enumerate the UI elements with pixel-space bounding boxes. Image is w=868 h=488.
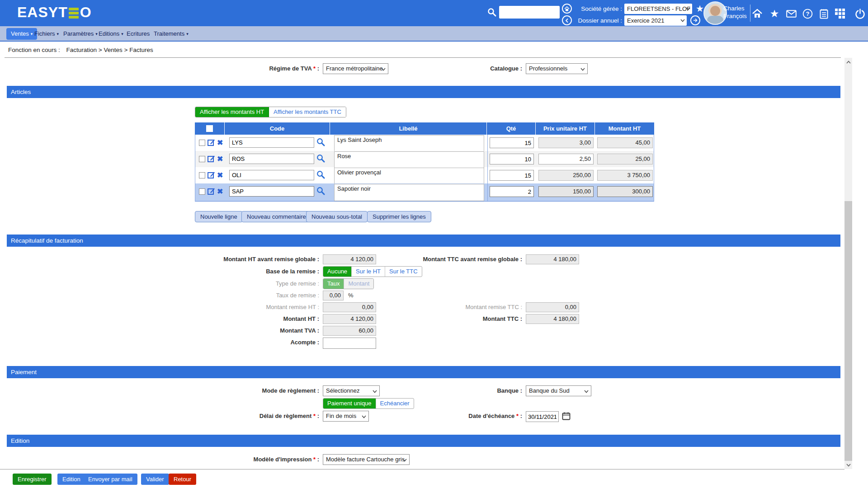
retour-button[interactable]: Retour <box>169 474 196 485</box>
montant-tva-field: 60,00 <box>323 326 376 336</box>
libelle-input[interactable]: Olivier provençal <box>334 168 484 185</box>
unit-price-input[interactable]: 2,50 <box>538 154 594 164</box>
new-comment-button[interactable]: Nouveau commentaire <box>241 211 311 222</box>
chevron-down-icon <box>580 68 585 71</box>
home-icon[interactable] <box>751 8 763 19</box>
delete-row-icon[interactable]: ✖ <box>217 138 223 147</box>
acompte-input[interactable] <box>323 338 376 349</box>
delete-lines-button[interactable]: Supprimer les lignes <box>367 211 431 222</box>
montant-ttc-label: Montant TTC : <box>339 314 522 324</box>
table-row: ✖ Olivier provençal 250,00 3 750,00 <box>195 167 654 183</box>
type-montant-option[interactable]: Montant <box>344 279 373 289</box>
search-input[interactable] <box>499 6 560 19</box>
qty-input[interactable] <box>490 154 534 164</box>
help-icon[interactable]: ? <box>802 8 813 19</box>
show-ttc-toggle[interactable]: Afficher les montants TTC <box>269 107 346 117</box>
enregistrer-button[interactable]: Enregistrer <box>13 474 52 485</box>
folder-back-icon[interactable] <box>562 15 572 25</box>
search-article-icon[interactable] <box>316 187 325 195</box>
edit-row-icon[interactable] <box>208 139 215 146</box>
section-paiement: Paiement <box>7 366 840 378</box>
power-icon[interactable] <box>854 8 866 19</box>
libelle-input[interactable]: Rose <box>334 151 484 169</box>
type-taux-option[interactable]: Taux <box>323 279 344 289</box>
type-remise-label: Type de remise : <box>0 278 319 289</box>
col-montant-ht: Montant HT <box>595 122 654 135</box>
apps-grid-icon[interactable] <box>834 8 846 19</box>
logo-bars-icon <box>68 7 80 19</box>
scroll-down-arrow[interactable] <box>844 461 852 469</box>
edition-row-template: Modèle d'impression * : Modèle facture C… <box>0 454 868 466</box>
banque-select[interactable]: Banque du Sud <box>526 385 591 396</box>
base-aucune-option[interactable]: Aucune <box>323 267 352 277</box>
breadcrumb-path: Facturation > Ventes > Factures <box>66 47 153 53</box>
notes-icon[interactable] <box>818 8 830 19</box>
edit-row-icon[interactable] <box>208 171 215 179</box>
favorites-star-icon[interactable]: ★ <box>769 8 780 19</box>
qty-input[interactable] <box>490 186 534 197</box>
chevron-down-icon: ▾ <box>31 32 33 36</box>
base-sur-ttc-option[interactable]: Sur le TTC <box>385 267 422 277</box>
code-input[interactable] <box>229 154 314 164</box>
company-select[interactable]: FLOREETSENS - FLOF <box>624 4 692 14</box>
company-home-icon[interactable] <box>562 4 572 14</box>
libelle-input[interactable]: Sapotier noir <box>334 184 484 201</box>
folder-go-icon[interactable] <box>690 15 700 25</box>
show-ht-toggle[interactable]: Afficher les montants HT <box>195 107 269 117</box>
delete-row-icon[interactable]: ✖ <box>217 187 223 196</box>
amount-display-toggle: Afficher les montants HT Afficher les mo… <box>195 107 346 117</box>
section-articles: Articles <box>7 86 840 98</box>
recap-row-tva: Montant TVA : 60,00 <box>0 325 868 337</box>
montant-remise-ttc-field: 0,00 <box>526 302 579 312</box>
date-echeance-input[interactable] <box>526 411 559 422</box>
qty-input[interactable] <box>490 170 534 181</box>
code-input[interactable] <box>229 170 314 180</box>
search-article-icon[interactable] <box>316 154 325 163</box>
menu-traitements[interactable]: Traitements▾ <box>154 26 189 42</box>
delete-row-icon[interactable]: ✖ <box>217 171 223 179</box>
menu-ventes[interactable]: Ventes▾ <box>6 28 37 40</box>
menu-editions[interactable]: Editions▾ <box>99 26 123 42</box>
row-checkbox[interactable] <box>199 156 205 162</box>
code-input[interactable] <box>229 186 314 197</box>
search-article-icon[interactable] <box>316 170 325 179</box>
chevron-down-icon: ▾ <box>121 32 123 36</box>
delete-row-icon[interactable]: ✖ <box>217 155 223 163</box>
catalog-select[interactable]: Professionnels <box>526 63 588 74</box>
edition-button[interactable]: Edition <box>57 474 85 485</box>
new-line-button[interactable]: Nouvelle ligne <box>195 211 243 222</box>
echeancier-option[interactable]: Echéancier <box>376 399 414 408</box>
edit-row-icon[interactable] <box>208 188 215 195</box>
calendar-icon[interactable] <box>562 412 571 420</box>
global-search <box>487 6 560 19</box>
menu-ecritures[interactable]: Ecritures <box>127 26 150 42</box>
paiement-unique-option[interactable]: Paiement unique <box>323 399 376 408</box>
row-checkbox[interactable] <box>199 172 205 178</box>
edit-row-icon[interactable] <box>208 155 215 163</box>
libelle-input[interactable]: Lys Saint Joseph <box>334 135 484 152</box>
menu-fichiers[interactable]: Fichiers▾ <box>34 26 59 42</box>
header-divider <box>750 5 750 22</box>
scroll-up-arrow[interactable] <box>844 58 852 66</box>
app-window: EASYTO Société gérée : FLOREETSENS - FLO… <box>0 0 868 488</box>
code-input[interactable] <box>229 137 314 148</box>
scrollbar-thumb[interactable] <box>844 201 852 461</box>
row-checkbox[interactable] <box>199 188 205 195</box>
favorite-star-icon[interactable]: ★ <box>696 4 704 14</box>
mail-icon[interactable] <box>785 8 797 19</box>
footer-divider <box>0 469 844 469</box>
amount-field: 3 750,00 <box>597 170 653 181</box>
modele-impression-select[interactable]: Modèle facture Cartouche gris <box>323 454 410 465</box>
select-all-checkbox[interactable] <box>206 125 213 132</box>
search-article-icon[interactable] <box>316 138 325 146</box>
qty-input[interactable] <box>490 137 534 148</box>
valider-button[interactable]: Valider <box>141 474 169 485</box>
base-sur-ht-option[interactable]: Sur le HT <box>352 267 385 277</box>
envoyer-par-mail-button[interactable]: Envoyer par mail <box>83 474 137 485</box>
menu-parametres[interactable]: Paramètres▾ <box>63 26 98 42</box>
new-subtotal-button[interactable]: Nouveau sous-total <box>306 211 368 222</box>
mode-reglement-label: Mode de règlement : <box>0 385 319 396</box>
row-checkbox[interactable] <box>199 140 205 146</box>
folder-select[interactable]: Exercice 2021 <box>624 15 687 26</box>
montant-ttc-field: 4 180,00 <box>526 314 579 324</box>
